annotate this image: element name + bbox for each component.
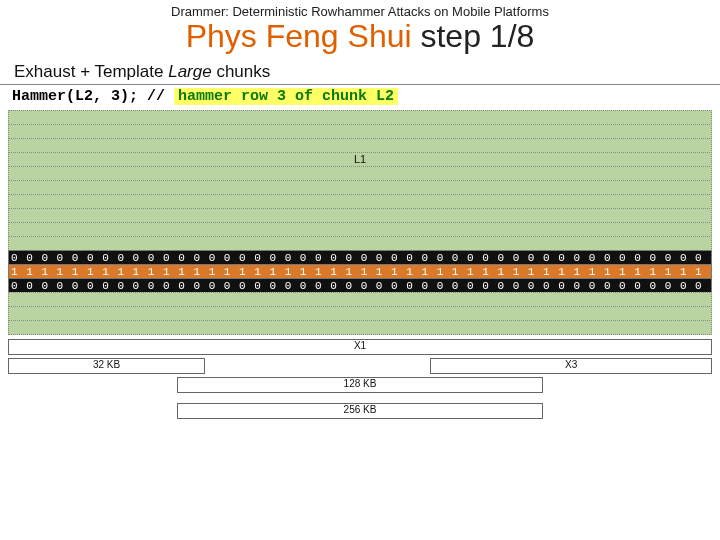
l2-row [8,222,712,237]
subtitle-large: Large [168,62,211,81]
code-comment: hammer row 3 of chunk L2 [174,88,398,105]
l1-row [8,208,712,223]
l1-row [8,138,712,153]
subtitle-lead: Exhaust + Template [14,62,168,81]
l2-victim-row: 1 1 1 1 1 1 1 1 1 1 1 1 1 1 1 1 1 1 1 1 … [8,264,712,279]
block-256kb: 256 KB [177,403,543,419]
l2-row [8,292,712,307]
slide-title: Phys Feng Shui step 1/8 [0,19,720,58]
l2-row [8,236,712,251]
size-256kb: 256 KB [178,404,542,415]
l2-aggressor-row-top: 0 0 0 0 0 0 0 0 0 0 0 0 0 0 0 0 0 0 0 0 … [8,250,712,265]
size-32kb: 32 KB [9,359,204,370]
memory-diagram: L1 0 0 0 0 0 0 0 0 0 0 0 0 0 0 0 0 0 0 0… [8,110,712,335]
x1-row: X1 [8,339,712,355]
l2-aggressor-row-bottom: 0 0 0 0 0 0 0 0 0 0 0 0 0 0 0 0 0 0 0 0 … [8,278,712,293]
paper-title: Drammer: Deterministic Rowhammer Attacks… [0,0,720,19]
x1-block: X1 [8,339,712,355]
x-row-3: 128 KB [8,377,712,393]
bits-zero: 0 0 0 0 0 0 0 0 0 0 0 0 0 0 0 0 0 0 0 0 … [9,279,711,293]
size-128kb: 128 KB [178,378,542,389]
l2-row [8,306,712,321]
l1-row [8,124,712,139]
l1-row: L1 [8,152,712,167]
l1-row [8,110,712,125]
block-128kb: 128 KB [177,377,543,393]
l1-row [8,166,712,181]
block-32kb: 32 KB [8,358,205,374]
x3-label: X3 [431,359,711,370]
x-row-2: 32 KB X3 [8,358,712,374]
l1-row [8,194,712,209]
x-row-4: 256 KB [8,403,712,419]
l2-row [8,320,712,335]
l1-label: L1 [9,153,711,165]
free-blocks: X1 32 KB X3 128 KB 256 KB [8,339,712,419]
code-line: Hammer(L2, 3); // hammer row 3 of chunk … [0,85,720,111]
code-call: Hammer(L2, 3); [12,88,138,105]
title-rest: step 1/8 [412,18,535,54]
x1-label: X1 [9,340,711,351]
title-highlight: Phys Feng Shui [186,18,412,54]
subtitle-tail: chunks [212,62,271,81]
code-sep: // [138,88,174,105]
slide-subtitle: Exhaust + Template Large chunks [0,58,720,85]
x3-block: X3 [430,358,712,374]
bits-one: 1 1 1 1 1 1 1 1 1 1 1 1 1 1 1 1 1 1 1 1 … [9,265,711,279]
bits-zero: 0 0 0 0 0 0 0 0 0 0 0 0 0 0 0 0 0 0 0 0 … [9,251,711,265]
l1-row [8,180,712,195]
